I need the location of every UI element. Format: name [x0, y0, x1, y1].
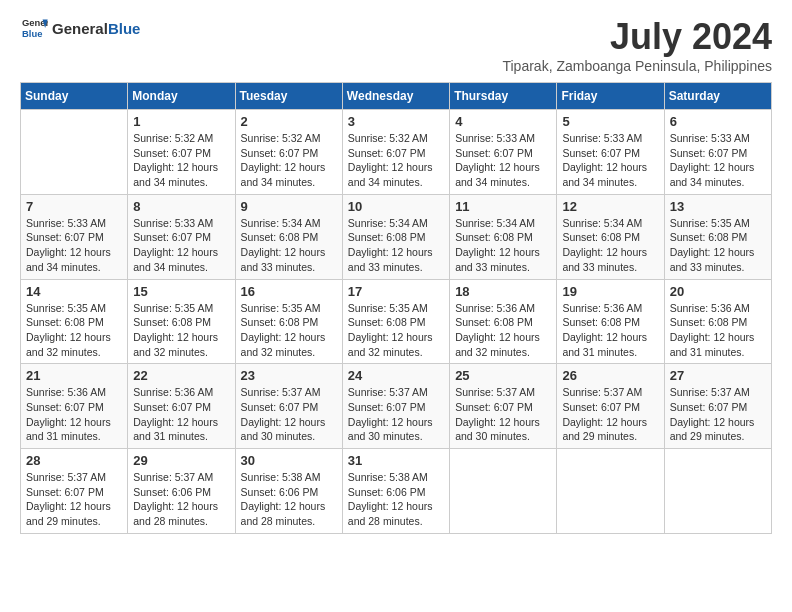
day-info: Sunrise: 5:37 AM Sunset: 6:07 PM Dayligh… — [241, 385, 337, 444]
calendar-cell: 22Sunrise: 5:36 AM Sunset: 6:07 PM Dayli… — [128, 364, 235, 449]
day-number: 24 — [348, 368, 444, 383]
header: General Blue General Blue July 2024 Tipa… — [20, 16, 772, 74]
calendar-cell: 12Sunrise: 5:34 AM Sunset: 6:08 PM Dayli… — [557, 194, 664, 279]
day-info: Sunrise: 5:38 AM Sunset: 6:06 PM Dayligh… — [348, 470, 444, 529]
day-info: Sunrise: 5:33 AM Sunset: 6:07 PM Dayligh… — [133, 216, 229, 275]
calendar-cell — [450, 449, 557, 534]
calendar-cell: 28Sunrise: 5:37 AM Sunset: 6:07 PM Dayli… — [21, 449, 128, 534]
day-info: Sunrise: 5:36 AM Sunset: 6:08 PM Dayligh… — [562, 301, 658, 360]
day-info: Sunrise: 5:32 AM Sunset: 6:07 PM Dayligh… — [348, 131, 444, 190]
calendar-cell: 7Sunrise: 5:33 AM Sunset: 6:07 PM Daylig… — [21, 194, 128, 279]
day-number: 26 — [562, 368, 658, 383]
day-info: Sunrise: 5:37 AM Sunset: 6:07 PM Dayligh… — [670, 385, 766, 444]
day-number: 25 — [455, 368, 551, 383]
day-info: Sunrise: 5:34 AM Sunset: 6:08 PM Dayligh… — [455, 216, 551, 275]
day-number: 28 — [26, 453, 122, 468]
calendar-cell: 6Sunrise: 5:33 AM Sunset: 6:07 PM Daylig… — [664, 110, 771, 195]
calendar-cell: 18Sunrise: 5:36 AM Sunset: 6:08 PM Dayli… — [450, 279, 557, 364]
day-number: 19 — [562, 284, 658, 299]
calendar-cell — [21, 110, 128, 195]
day-info: Sunrise: 5:37 AM Sunset: 6:07 PM Dayligh… — [348, 385, 444, 444]
day-info: Sunrise: 5:37 AM Sunset: 6:07 PM Dayligh… — [26, 470, 122, 529]
col-header-friday: Friday — [557, 83, 664, 110]
day-number: 9 — [241, 199, 337, 214]
day-number: 1 — [133, 114, 229, 129]
day-info: Sunrise: 5:32 AM Sunset: 6:07 PM Dayligh… — [241, 131, 337, 190]
day-number: 21 — [26, 368, 122, 383]
day-info: Sunrise: 5:36 AM Sunset: 6:07 PM Dayligh… — [26, 385, 122, 444]
day-number: 8 — [133, 199, 229, 214]
day-number: 6 — [670, 114, 766, 129]
day-number: 14 — [26, 284, 122, 299]
day-number: 4 — [455, 114, 551, 129]
day-number: 16 — [241, 284, 337, 299]
col-header-tuesday: Tuesday — [235, 83, 342, 110]
day-number: 27 — [670, 368, 766, 383]
calendar-cell: 4Sunrise: 5:33 AM Sunset: 6:07 PM Daylig… — [450, 110, 557, 195]
calendar-cell: 13Sunrise: 5:35 AM Sunset: 6:08 PM Dayli… — [664, 194, 771, 279]
day-info: Sunrise: 5:35 AM Sunset: 6:08 PM Dayligh… — [241, 301, 337, 360]
day-number: 22 — [133, 368, 229, 383]
day-info: Sunrise: 5:34 AM Sunset: 6:08 PM Dayligh… — [241, 216, 337, 275]
day-number: 31 — [348, 453, 444, 468]
calendar-week-row: 1Sunrise: 5:32 AM Sunset: 6:07 PM Daylig… — [21, 110, 772, 195]
day-info: Sunrise: 5:36 AM Sunset: 6:07 PM Dayligh… — [133, 385, 229, 444]
calendar-cell: 1Sunrise: 5:32 AM Sunset: 6:07 PM Daylig… — [128, 110, 235, 195]
calendar-cell: 15Sunrise: 5:35 AM Sunset: 6:08 PM Dayli… — [128, 279, 235, 364]
day-info: Sunrise: 5:37 AM Sunset: 6:07 PM Dayligh… — [455, 385, 551, 444]
calendar-cell: 10Sunrise: 5:34 AM Sunset: 6:08 PM Dayli… — [342, 194, 449, 279]
day-number: 29 — [133, 453, 229, 468]
day-info: Sunrise: 5:33 AM Sunset: 6:07 PM Dayligh… — [26, 216, 122, 275]
day-number: 2 — [241, 114, 337, 129]
location-subtitle: Tiparak, Zamboanga Peninsula, Philippine… — [502, 58, 772, 74]
calendar-cell: 3Sunrise: 5:32 AM Sunset: 6:07 PM Daylig… — [342, 110, 449, 195]
day-number: 10 — [348, 199, 444, 214]
calendar-week-row: 7Sunrise: 5:33 AM Sunset: 6:07 PM Daylig… — [21, 194, 772, 279]
calendar-cell — [557, 449, 664, 534]
day-info: Sunrise: 5:34 AM Sunset: 6:08 PM Dayligh… — [348, 216, 444, 275]
day-info: Sunrise: 5:34 AM Sunset: 6:08 PM Dayligh… — [562, 216, 658, 275]
calendar-cell: 16Sunrise: 5:35 AM Sunset: 6:08 PM Dayli… — [235, 279, 342, 364]
calendar-week-row: 14Sunrise: 5:35 AM Sunset: 6:08 PM Dayli… — [21, 279, 772, 364]
calendar-cell: 31Sunrise: 5:38 AM Sunset: 6:06 PM Dayli… — [342, 449, 449, 534]
day-number: 30 — [241, 453, 337, 468]
month-year-title: July 2024 — [502, 16, 772, 58]
svg-text:Blue: Blue — [22, 28, 42, 39]
title-area: July 2024 Tiparak, Zamboanga Peninsula, … — [502, 16, 772, 74]
calendar-cell: 17Sunrise: 5:35 AM Sunset: 6:08 PM Dayli… — [342, 279, 449, 364]
day-info: Sunrise: 5:38 AM Sunset: 6:06 PM Dayligh… — [241, 470, 337, 529]
col-header-sunday: Sunday — [21, 83, 128, 110]
day-number: 15 — [133, 284, 229, 299]
calendar-cell: 21Sunrise: 5:36 AM Sunset: 6:07 PM Dayli… — [21, 364, 128, 449]
day-info: Sunrise: 5:35 AM Sunset: 6:08 PM Dayligh… — [670, 216, 766, 275]
calendar-cell: 20Sunrise: 5:36 AM Sunset: 6:08 PM Dayli… — [664, 279, 771, 364]
logo-icon: General Blue — [20, 16, 48, 40]
calendar-week-row: 28Sunrise: 5:37 AM Sunset: 6:07 PM Dayli… — [21, 449, 772, 534]
day-info: Sunrise: 5:35 AM Sunset: 6:08 PM Dayligh… — [26, 301, 122, 360]
calendar-cell: 27Sunrise: 5:37 AM Sunset: 6:07 PM Dayli… — [664, 364, 771, 449]
day-info: Sunrise: 5:32 AM Sunset: 6:07 PM Dayligh… — [133, 131, 229, 190]
col-header-saturday: Saturday — [664, 83, 771, 110]
logo-general-text: General — [52, 20, 108, 37]
calendar-cell: 14Sunrise: 5:35 AM Sunset: 6:08 PM Dayli… — [21, 279, 128, 364]
calendar-cell: 11Sunrise: 5:34 AM Sunset: 6:08 PM Dayli… — [450, 194, 557, 279]
calendar-cell: 8Sunrise: 5:33 AM Sunset: 6:07 PM Daylig… — [128, 194, 235, 279]
logo: General Blue General Blue — [20, 16, 140, 40]
day-number: 5 — [562, 114, 658, 129]
day-number: 7 — [26, 199, 122, 214]
day-info: Sunrise: 5:33 AM Sunset: 6:07 PM Dayligh… — [670, 131, 766, 190]
day-info: Sunrise: 5:35 AM Sunset: 6:08 PM Dayligh… — [348, 301, 444, 360]
calendar-cell: 9Sunrise: 5:34 AM Sunset: 6:08 PM Daylig… — [235, 194, 342, 279]
col-header-wednesday: Wednesday — [342, 83, 449, 110]
calendar-cell: 2Sunrise: 5:32 AM Sunset: 6:07 PM Daylig… — [235, 110, 342, 195]
day-number: 3 — [348, 114, 444, 129]
day-info: Sunrise: 5:36 AM Sunset: 6:08 PM Dayligh… — [670, 301, 766, 360]
calendar-cell — [664, 449, 771, 534]
day-number: 11 — [455, 199, 551, 214]
day-number: 17 — [348, 284, 444, 299]
day-number: 20 — [670, 284, 766, 299]
calendar-cell: 23Sunrise: 5:37 AM Sunset: 6:07 PM Dayli… — [235, 364, 342, 449]
calendar-cell: 26Sunrise: 5:37 AM Sunset: 6:07 PM Dayli… — [557, 364, 664, 449]
day-info: Sunrise: 5:35 AM Sunset: 6:08 PM Dayligh… — [133, 301, 229, 360]
col-header-thursday: Thursday — [450, 83, 557, 110]
